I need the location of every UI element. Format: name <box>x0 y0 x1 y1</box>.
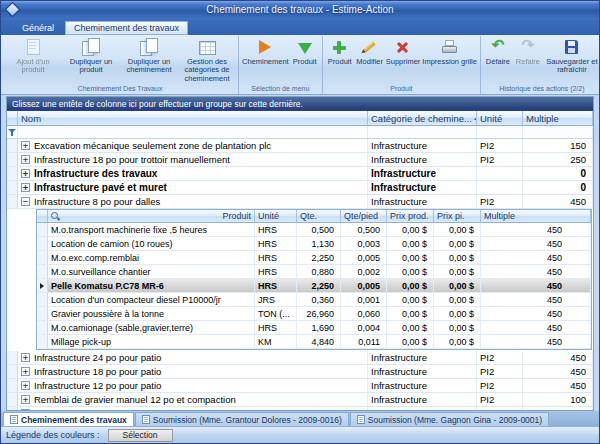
table-row[interactable]: +Excavation mécanique seulement zone de … <box>7 139 593 153</box>
table-row[interactable]: +Infrastructure des travauxInfrastructur… <box>7 167 593 181</box>
subgrid-column-header-qte[interactable]: Qte. <box>297 210 341 223</box>
supprimer-button[interactable]: Supprimer <box>385 36 422 67</box>
cell-categorie: Infrastructure <box>368 153 477 166</box>
subgrid-cell-prix-prod: 0,00 $ <box>387 251 434 264</box>
cell-multiple: 450 <box>523 379 593 392</box>
table-row[interactable]: +Infrastructure 18 po pour patioInfrastr… <box>7 365 593 379</box>
subgrid-row-indicator <box>37 321 48 334</box>
cell-unite <box>477 167 523 180</box>
table-row[interactable]: +Infrastructure 12 po pour patioInfrastr… <box>7 379 593 393</box>
subgrid-header-indicator <box>37 210 48 223</box>
row-expander[interactable]: − <box>21 197 30 206</box>
subgrid-row[interactable]: Pelle Komatsu P.C78 MR-6HRS2,2500,0050,0… <box>37 279 591 293</box>
subgrid-row[interactable]: M.o.surveillance chantierHRS0,8800,0020,… <box>37 265 591 279</box>
column-header-categorie-de-chemine[interactable]: Catégorie de chemine... <box>368 111 477 126</box>
subgrid-row[interactable]: M.o.exc.comp.remblaiHRS2,2500,0050,00 $0… <box>37 251 591 265</box>
subgrid-row[interactable]: M.o.transport machinerie fixe ,5 heuresH… <box>37 223 591 237</box>
group-by-bar[interactable]: Glissez une entête de colonne ici pour e… <box>7 97 593 111</box>
cheminement-button[interactable]: Cheminement <box>241 36 290 67</box>
subgrid-column-header-unite[interactable]: Unité <box>255 210 297 223</box>
defaire-button[interactable]: Défaire <box>483 36 513 67</box>
impression-grille-button[interactable]: Impression grille <box>421 36 478 67</box>
red-x-icon <box>392 38 414 57</box>
filter-cell-multiple[interactable] <box>523 126 593 138</box>
filter-cell-nom[interactable] <box>18 126 368 138</box>
gestion-des-categories-de-cheminement-button[interactable]: Gestion des catégories de cheminement <box>178 36 236 84</box>
subgrid-row-indicator <box>37 251 48 264</box>
row-indicator-cell <box>7 167 18 180</box>
subgrid-column-header-prix-prod[interactable]: Prix prod. <box>387 210 434 223</box>
subgrid-row[interactable]: M.o.camionage (sable,gravier,terre)HRS1,… <box>37 321 591 335</box>
row-expander[interactable]: + <box>21 395 30 404</box>
column-header-nom[interactable]: Nom <box>18 111 368 126</box>
subgrid-cell-unite: HRS <box>255 251 297 264</box>
status-bar: Légende des couleurs : Sélection <box>1 426 599 443</box>
subgrid-column-header-multiple[interactable]: Multiple <box>481 210 591 223</box>
document-tab-soumission-mme-grantour-dolores-2009-001[interactable]: Soumission (Mme. Grantour Dolores - 2009… <box>135 412 349 426</box>
table-row[interactable]: −Infrastructure 8 po pour dallesInfrastr… <box>7 195 593 209</box>
subgrid-row[interactable]: Millage pick-upKM4,8400,0110,00 $0,00 $4… <box>37 335 591 349</box>
subgrid-cell-produit: M.o.surveillance chantier <box>48 265 255 278</box>
cell-multiple: 450 <box>523 351 593 364</box>
cell-multiple: 0 <box>523 167 593 180</box>
document-tab-soumission-mme-gagnon-gina-2009-0001[interactable]: Soumission (Mme. Gagnon Gina - 2009-0001… <box>350 412 549 426</box>
row-expander[interactable]: + <box>21 381 30 390</box>
subgrid-row-indicator <box>37 335 48 348</box>
ribbon-group-buttons: DéfaireRefaireSauvegarder et rafraîchir <box>483 36 599 85</box>
subgrid-column-header-qte-pied[interactable]: Qte/pied <box>341 210 387 223</box>
produit-button[interactable]: Produit <box>325 36 355 67</box>
table-row[interactable]: +Infrastructure 24 po pour patioInfrastr… <box>7 351 593 365</box>
grid-header-indicator <box>7 111 18 126</box>
subgrid-row-indicator <box>37 223 48 236</box>
subgrid-row[interactable]: Gravier poussière à la tonneTON (...26,9… <box>37 307 591 321</box>
subgrid-cell-unite: HRS <box>255 279 297 292</box>
green-plus-icon <box>329 38 351 57</box>
subgrid-header-row: ProduitUnitéQte.Qte/piedPrix prod.Prix p… <box>37 210 591 223</box>
cell-nom: +Infrastructure des travaux <box>18 167 368 180</box>
subgrid: ProduitUnitéQte.Qte/piedPrix prod.Prix p… <box>36 209 592 350</box>
table-row[interactable]: +Infrastructure pavé et muretInfrastruct… <box>7 181 593 195</box>
row-expander[interactable]: + <box>21 353 30 362</box>
ribbon-button-label: Ajout d'un produit <box>5 58 61 75</box>
subgrid-cell-prix-prod: 0,00 $ <box>387 223 434 236</box>
titlebar[interactable]: Cheminement des travaux - Estime-Action <box>1 1 599 18</box>
subgrid-cell-unite: JRS <box>255 293 297 306</box>
magnifier-icon <box>51 212 60 221</box>
ribbon: Ajout d'un produitDupliquer un produitDu… <box>1 35 599 95</box>
ribbon-tab-cheminement-des-travaux[interactable]: Cheminement des travaux <box>65 21 188 35</box>
cell-nom: +Infrastructure pavé et muret <box>18 181 368 194</box>
filter-cell-categorie-de-chemine[interactable] <box>368 126 477 138</box>
subgrid-cell-qte: 1,690 <box>297 321 341 334</box>
cell-multiple: 450 <box>523 365 593 378</box>
subgrid-column-header-produit[interactable]: Produit <box>48 210 255 223</box>
row-expander[interactable]: + <box>21 169 30 178</box>
ribbon-group-label: Historique des actions (2/2) <box>483 85 599 94</box>
modifier-button[interactable]: Modifier <box>355 36 385 67</box>
row-expander[interactable]: + <box>21 183 30 192</box>
subgrid-row[interactable]: Location d'un compacteur diesel P10000/j… <box>37 293 591 307</box>
row-expander[interactable]: + <box>21 155 30 164</box>
filter-indicator-cell <box>7 126 18 138</box>
sauvegarder-et-rafraichir-button[interactable]: Sauvegarder et rafraîchir <box>543 36 599 76</box>
grid-header-row: NomCatégorie de chemine...UnitéMultiple <box>7 111 593 126</box>
subgrid-column-header-prix-pi[interactable]: Prix pi. <box>434 210 481 223</box>
table-row[interactable]: +Remblai de gravier manuel 12 po et comp… <box>7 393 593 407</box>
row-expander[interactable]: + <box>21 141 30 150</box>
cell-multiple: 450 <box>523 195 593 208</box>
produit-button[interactable]: Produit <box>290 36 320 67</box>
column-header-multiple[interactable]: Multiple <box>523 111 593 126</box>
grid-panel: Glissez une entête de colonne ici pour e… <box>6 96 594 411</box>
filter-cell-unite[interactable] <box>477 126 523 138</box>
dupliquer-un-produit-button[interactable]: Dupliquer un produit <box>62 36 120 76</box>
document-tab-cheminement-des-travaux[interactable]: Cheminement des travaux <box>3 412 134 426</box>
row-name-text: Infrastructure 12 po pour patio <box>34 380 161 391</box>
row-expander[interactable]: + <box>21 367 30 376</box>
dupliquer-un-cheminement-button[interactable]: Dupliquer un cheminement <box>120 36 178 76</box>
document-tab-label: Cheminement des travaux <box>21 415 127 425</box>
column-header-unite[interactable]: Unité <box>477 111 523 126</box>
subgrid-row[interactable]: Location de camion (10 roues)HRS1,1300,0… <box>37 237 591 251</box>
printer-icon <box>439 38 461 57</box>
ribbon-tab-general[interactable]: Général <box>13 21 63 35</box>
table-row[interactable]: +Infrastructure 18 po pour trottoir manu… <box>7 153 593 167</box>
column-header-label: Nom <box>21 113 41 124</box>
